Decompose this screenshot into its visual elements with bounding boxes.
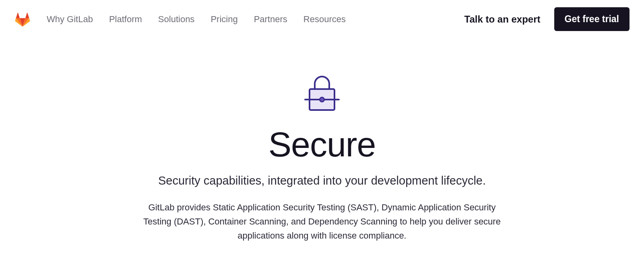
svg-point-2 — [320, 98, 324, 102]
nav-item-partners[interactable]: Partners — [254, 14, 287, 25]
nav-item-platform[interactable]: Platform — [109, 14, 142, 25]
header-right: Talk to an expert Get free trial — [464, 7, 630, 31]
nav-item-pricing[interactable]: Pricing — [211, 14, 237, 25]
page-title: Secure — [121, 125, 523, 164]
hero-section: Secure Security capabilities, integrated… — [121, 38, 523, 243]
page-subtitle: Security capabilities, integrated into y… — [121, 174, 523, 187]
main-nav: Why GitLab Platform Solutions Pricing Pa… — [47, 14, 346, 25]
nav-item-why-gitlab[interactable]: Why GitLab — [47, 14, 93, 25]
gitlab-logo[interactable] — [14, 11, 31, 27]
header-left: Why GitLab Platform Solutions Pricing Pa… — [14, 11, 346, 27]
get-free-trial-button[interactable]: Get free trial — [554, 7, 630, 31]
lock-icon — [299, 71, 345, 117]
page-description: GitLab provides Static Application Secur… — [137, 200, 507, 243]
nav-item-resources[interactable]: Resources — [303, 14, 346, 25]
site-header: Why GitLab Platform Solutions Pricing Pa… — [0, 0, 644, 38]
talk-to-expert-link[interactable]: Talk to an expert — [464, 14, 541, 25]
nav-item-solutions[interactable]: Solutions — [158, 14, 195, 25]
gitlab-logo-icon — [14, 12, 31, 27]
